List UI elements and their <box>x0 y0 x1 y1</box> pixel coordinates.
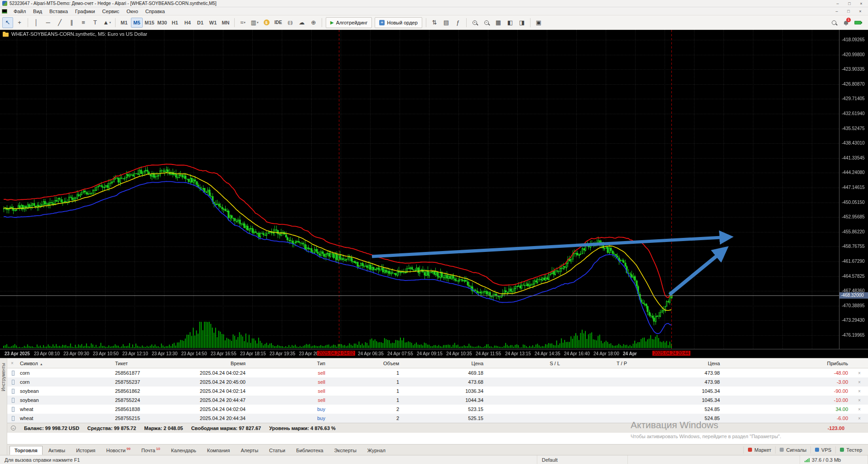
crosshair-tool-button[interactable]: + <box>14 17 25 28</box>
toolbox-tab[interactable]: Журнал <box>362 446 391 455</box>
chart-minimize-button[interactable]: – <box>831 8 843 14</box>
menu-item[interactable]: Вставка <box>46 8 72 15</box>
timeframe-m30[interactable]: M30 <box>156 18 168 28</box>
trendline-tool-button[interactable]: ╱ <box>54 17 65 28</box>
dock-right-button[interactable]: ◨ <box>516 17 527 28</box>
cloud-icon[interactable]: ☁ <box>296 17 307 28</box>
chart-window-icon[interactable] <box>2 9 7 14</box>
menu-item[interactable]: Файл <box>10 8 29 15</box>
toolbox-tab[interactable]: Компания <box>202 446 235 455</box>
horizontal-line-tool-button[interactable]: ─ <box>43 17 53 28</box>
new-order-button[interactable]: + Новый ордер <box>375 17 422 28</box>
profile-indicator[interactable]: Default <box>537 455 628 464</box>
maximize-button[interactable]: □ <box>844 0 855 6</box>
time-marker-badge[interactable]: 2025.04.24 04:02 <box>317 351 355 356</box>
broadcast-icon[interactable]: ((·)) <box>285 17 295 28</box>
timeframe-m15[interactable]: M15 <box>144 18 155 28</box>
channel-tool-button[interactable]: ∥ <box>66 17 77 28</box>
vertical-line-tool-button[interactable]: │ <box>31 17 42 28</box>
toolbox-close-button[interactable]: × <box>7 361 17 366</box>
connection-status-button[interactable] <box>852 17 863 28</box>
column-header-sl[interactable]: S / L <box>486 361 563 366</box>
timeframe-w1[interactable]: W1 <box>207 18 219 28</box>
zoom-in-button[interactable]: + <box>469 17 480 28</box>
table-row[interactable]: wheat2587552152025.04.24 20:44:34buy2525… <box>7 414 868 423</box>
line-style-button[interactable]: ≈▾ <box>237 17 248 28</box>
toolbox-tab[interactable]: История <box>71 446 101 455</box>
column-header-price[interactable]: Цена <box>402 361 486 366</box>
time-axis[interactable]: 23 Apr 202523 Apr 08:1023 Apr 09:3023 Ap… <box>0 349 868 358</box>
collapse-summary-icon[interactable]: − <box>11 425 16 430</box>
column-header-profit[interactable]: Прибыль <box>723 361 851 366</box>
toolbox-tab[interactable]: Эксперты <box>329 446 362 455</box>
market-button[interactable]: Маркет <box>743 446 775 454</box>
close-position-button[interactable]: × <box>851 380 868 385</box>
vps-button[interactable]: VPS <box>810 446 835 454</box>
timeframe-d1[interactable]: D1 <box>194 18 206 28</box>
timeframe-h4[interactable]: H4 <box>182 18 193 28</box>
chart-restore-button[interactable]: □ <box>843 8 854 14</box>
menu-item[interactable]: Графики <box>72 8 99 15</box>
toolbox-tab[interactable]: Почта10 <box>136 446 165 455</box>
algo-trading-button[interactable]: ▶ Алготрейдинг <box>326 17 372 28</box>
column-header-tp[interactable]: T / P <box>563 361 630 366</box>
toolbox-tab[interactable]: Активы <box>43 446 70 455</box>
toolbox-tab[interactable]: Новости99 <box>101 446 136 455</box>
cursor-tool-button[interactable]: ↖ <box>2 17 13 28</box>
menu-item[interactable]: Сервис <box>99 8 123 15</box>
minimize-button[interactable]: – <box>832 0 844 6</box>
menu-item[interactable]: Справка <box>142 8 169 15</box>
close-button[interactable]: × <box>855 0 867 6</box>
close-position-button[interactable]: × <box>851 389 868 394</box>
toolbox-tab[interactable]: Алерты <box>236 446 263 455</box>
close-position-button[interactable]: × <box>851 398 868 403</box>
column-header-symbol[interactable]: Символ▲ <box>17 361 112 366</box>
chart-type-button[interactable]: ▥▾ <box>249 17 260 28</box>
table-row[interactable]: soybean2585618622025.04.24 04:02:14sell1… <box>7 387 868 396</box>
table-row[interactable]: wheat2585618382025.04.24 04:02:04buy2523… <box>7 405 868 414</box>
tile-windows-button[interactable]: ▦ <box>493 17 504 28</box>
column-header-time[interactable]: Время <box>185 361 248 366</box>
table-row[interactable]: corn2585618772025.04.24 04:02:24sell1469… <box>7 368 868 377</box>
toolbox-tab[interactable]: Статьи <box>264 446 290 455</box>
toolbox-tab[interactable]: Торговля <box>10 446 43 455</box>
indicators-button[interactable]: ƒ <box>453 17 463 28</box>
timeframe-m5[interactable]: M5 <box>131 18 143 28</box>
column-header-type[interactable]: Тип <box>248 361 328 366</box>
price-axis[interactable]: -468.32000 -418.09265-420.99800-423.9033… <box>839 30 868 349</box>
timeframe-h1[interactable]: H1 <box>169 18 181 28</box>
toolbox-side-tab[interactable]: Инструменты <box>0 358 7 455</box>
market-depth-button[interactable]: ▤ <box>441 17 452 28</box>
table-row[interactable]: soybean2587552242025.04.24 20:44:47sell1… <box>7 396 868 405</box>
notifications-button[interactable]: 1 <box>840 17 851 28</box>
dock-left-button[interactable]: ◧ <box>505 17 516 28</box>
menu-item[interactable]: Вид <box>29 8 46 15</box>
toolbox-tab[interactable]: Календарь <box>166 446 202 455</box>
menu-item[interactable]: Окно <box>123 8 142 15</box>
equidistant-tool-button[interactable]: ≡ <box>78 17 89 28</box>
close-position-button[interactable]: × <box>851 371 868 376</box>
signals-button[interactable]: Сигналы <box>775 446 810 454</box>
column-header-ticket[interactable]: Тикет <box>112 361 185 366</box>
time-marker-badge[interactable]: 2025.04.24 20:44 <box>652 351 690 356</box>
community-icon[interactable]: ⊕ <box>308 17 319 28</box>
screenshot-button[interactable]: ▣ <box>533 17 544 28</box>
search-button[interactable] <box>829 17 839 28</box>
timeframe-mn[interactable]: MN <box>220 18 231 28</box>
close-position-button[interactable]: × <box>851 416 868 421</box>
close-position-button[interactable]: × <box>851 407 868 412</box>
column-header-price2[interactable]: Цена <box>630 361 723 366</box>
shapes-tool-button[interactable]: ▲▾ <box>101 17 112 28</box>
text-tool-button[interactable]: T <box>90 17 101 28</box>
column-header-volume[interactable]: Объем <box>328 361 402 366</box>
deposit-button[interactable]: $ <box>261 17 272 28</box>
tick-chart-button[interactable]: ⇅ <box>429 17 440 28</box>
table-row[interactable]: corn2587552372025.04.24 20:45:00sell1473… <box>7 377 868 387</box>
chart-canvas[interactable] <box>0 30 839 349</box>
timeframe-m1[interactable]: M1 <box>118 18 130 28</box>
tester-button[interactable]: Тестер <box>835 446 866 454</box>
traffic-indicator[interactable]: 37.6 / 0.3 Mb <box>800 455 868 464</box>
chart-close-button[interactable]: × <box>854 8 866 14</box>
ide-button[interactable]: IDE <box>273 17 284 28</box>
toolbox-tab[interactable]: Библиотека <box>291 446 328 455</box>
